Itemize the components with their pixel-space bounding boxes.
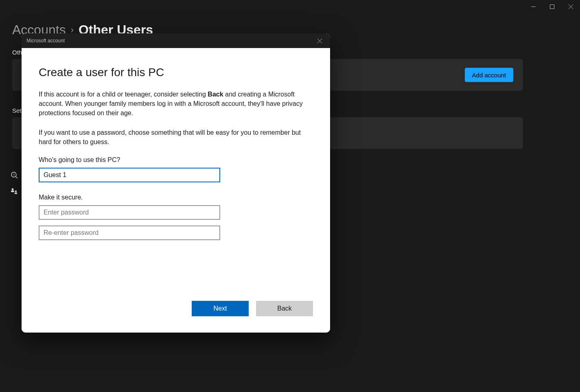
add-account-button[interactable]: Add account [465,68,513,82]
svg-rect-8 [11,191,14,192]
para1-pre: If this account is for a child or teenag… [39,91,208,98]
window-controls [524,0,580,13]
next-button[interactable]: Next [192,301,249,316]
dialog-paragraph-1: If this account is for a child or teenag… [39,90,311,118]
password-confirm-input[interactable] [39,226,220,240]
password-input[interactable] [39,205,220,220]
maximize-icon [550,4,554,9]
svg-line-5 [16,177,18,179]
svg-rect-1 [550,4,554,9]
feedback-icon[interactable] [10,187,18,195]
minimize-icon [531,4,536,9]
dialog-paragraph-2: If you want to use a password, choose so… [39,128,311,147]
minimize-button[interactable] [524,0,543,13]
dialog-heading: Create a user for this PC [39,66,313,79]
dialog-body: Create a user for this PC If this accoun… [22,48,330,333]
svg-rect-10 [15,193,18,194]
close-button[interactable] [561,0,580,13]
dialog-close-button[interactable] [311,33,328,48]
related-links: ? [10,171,18,195]
svg-point-9 [15,191,17,192]
close-icon [569,4,573,9]
dialog-footer: Next Back [192,301,313,316]
para1-bold: Back [208,91,223,98]
dialog-title: Microsoft account [26,38,65,44]
password-section-label: Make it secure. [39,194,313,201]
help-icon[interactable]: ? [10,171,18,179]
username-label: Who's going to use this PC? [39,156,313,164]
svg-text:?: ? [13,173,15,177]
username-input[interactable] [39,168,220,182]
close-icon [317,39,322,43]
back-button[interactable]: Back [256,301,313,316]
svg-point-7 [12,188,14,191]
dialog-titlebar: Microsoft account [22,33,330,48]
create-user-dialog: Microsoft account Create a user for this… [22,33,330,333]
maximize-button[interactable] [543,0,561,13]
